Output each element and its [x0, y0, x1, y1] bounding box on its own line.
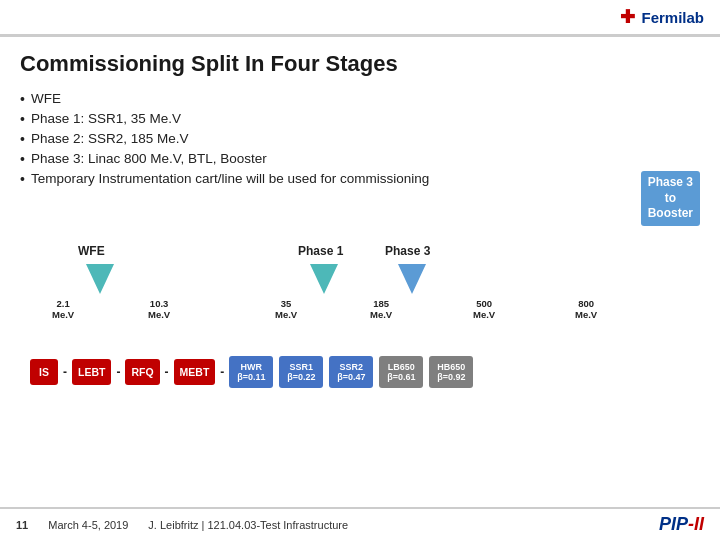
fermilab-logo: ✚ Fermilab — [620, 6, 704, 28]
bullet-temp: Temporary Instrumentation cart/line will… — [20, 171, 700, 226]
dash-4: - — [218, 365, 226, 379]
footer-date: March 4-5, 2019 — [48, 519, 128, 531]
bullet-phase1: Phase 1: SSR1, 35 Me.V — [20, 111, 700, 127]
bullet-wfe: WFE — [20, 91, 700, 107]
dash-2: - — [114, 365, 122, 379]
phase3-label: Phase 3 — [385, 244, 430, 258]
block-HB650: HB650 β=0.92 — [429, 356, 473, 388]
footer: 11 March 4-5, 2019 J. Leibfritz | 121.04… — [0, 507, 720, 540]
mev-800: 800 Me.V — [575, 298, 597, 320]
footer-title: J. Leibfritz | 121.04.03-Test Infrastruc… — [148, 519, 348, 531]
labels-row: WFE Phase 1 Phase 3 — [30, 236, 700, 258]
wfe-label: WFE — [78, 244, 105, 258]
bullet-temp-text: Temporary Instrumentation cart/line will… — [31, 171, 627, 186]
mev-10.3: 10.3 Me.V — [148, 298, 170, 320]
mev-185: 185 Me.V — [370, 298, 392, 320]
blocks-row: IS - LEBT - RFQ - MEBT - HWR β=0.11 SSR1… — [30, 356, 700, 388]
block-SSR1: SSR1 β=0.22 — [279, 356, 323, 388]
arrows-row — [30, 258, 700, 294]
pip2-pip-text: PIP — [659, 514, 688, 534]
block-LB650: LB650 β=0.61 — [379, 356, 423, 388]
wfe-arrow — [86, 264, 114, 294]
phase1-arrow — [310, 264, 338, 294]
mev-35: 35 Me.V — [275, 298, 297, 320]
block-MEBT: MEBT — [174, 359, 216, 385]
diagram-area: WFE Phase 1 Phase 3 2.1 Me.V 10.3 Me.V — [20, 236, 700, 388]
phase3-arrow — [398, 264, 426, 294]
mev-2.1: 2.1 Me.V — [52, 298, 74, 320]
block-IS: IS — [30, 359, 58, 385]
pip2-logo: PIP-II — [659, 514, 704, 535]
bullet-phase2: Phase 2: SSR2, 185 Me.V — [20, 131, 700, 147]
fermilab-text: Fermilab — [641, 9, 704, 26]
block-HWR: HWR β=0.11 — [229, 356, 273, 388]
dash-3: - — [163, 365, 171, 379]
bullet-phase3: Phase 3: Linac 800 Me.V, BTL, Booster — [20, 151, 700, 167]
bullet-list: WFE Phase 1: SSR1, 35 Me.V Phase 2: SSR2… — [20, 91, 700, 226]
slide-title: Commissioning Split In Four Stages — [20, 51, 700, 77]
phase1-label: Phase 1 — [298, 244, 343, 258]
block-RFQ: RFQ — [125, 359, 159, 385]
dash-1: - — [61, 365, 69, 379]
cross-icon: ✚ — [620, 6, 635, 28]
footer-page: 11 — [16, 519, 28, 531]
header-bar: ✚ Fermilab — [0, 0, 720, 37]
mev-row: 2.1 Me.V 10.3 Me.V 35 Me.V 185 Me.V 500 … — [30, 296, 700, 326]
phase3-booster-badge: Phase 3 to Booster — [641, 171, 700, 226]
main-content: Commissioning Split In Four Stages WFE P… — [0, 37, 720, 388]
block-SSR2: SSR2 β=0.47 — [329, 356, 373, 388]
block-LEBT: LEBT — [72, 359, 111, 385]
pip2-two-text: II — [694, 514, 704, 534]
mev-500: 500 Me.V — [473, 298, 495, 320]
